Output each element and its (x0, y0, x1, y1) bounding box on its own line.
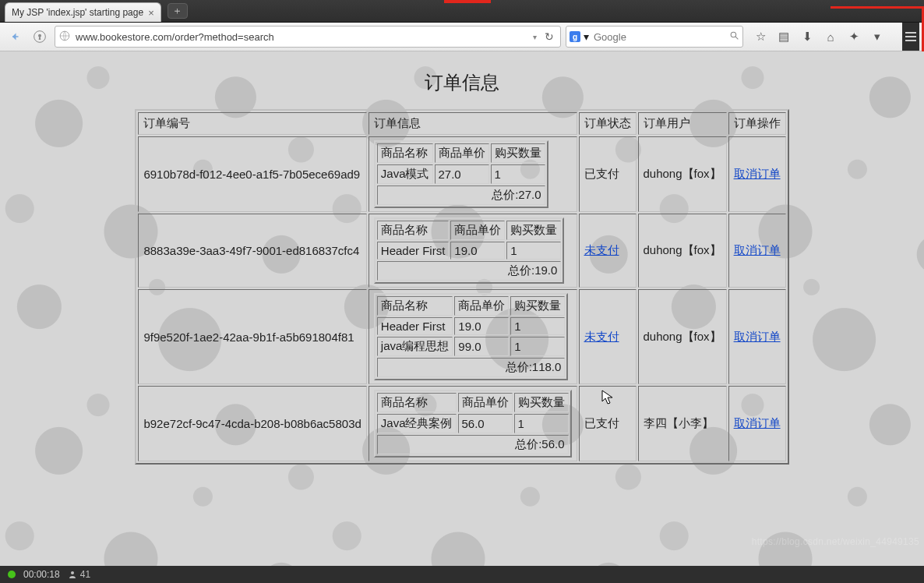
item-col-qty: 购买数量 (510, 296, 565, 316)
item-qty: 1 (510, 337, 565, 356)
order-status-cell: 已支付 (579, 386, 637, 461)
status-bar: 00:00:18 41 (0, 566, 924, 583)
order-status-link[interactable]: 未支付 (584, 330, 619, 343)
order-total: 总价:56.0 (377, 435, 569, 454)
orders-table: 订单编号 订单信息 订单状态 订单用户 订单操作 6910b78d-f012-4… (135, 109, 788, 465)
search-input[interactable] (592, 30, 726, 44)
table-row: 9f9e520f-1ae2-42aa-9b1f-a5b691804f81商品名称… (138, 289, 785, 384)
order-user-cell: duhong【fox】 (638, 214, 727, 288)
table-row: b92e72cf-9c47-4cda-b208-b08b6ac5803d商品名称… (138, 386, 785, 461)
item-price: 99.0 (454, 337, 509, 356)
status-viewers-count: 41 (80, 569, 90, 580)
item-price: 27.0 (435, 164, 489, 184)
library-button[interactable]: ▤ (773, 26, 795, 47)
annotation-mark (444, 0, 491, 3)
item-qty: 1 (514, 414, 569, 433)
item-row: Header First19.01 (377, 317, 566, 335)
table-header-row: 订单编号 订单信息 订单状态 订单用户 订单操作 (138, 112, 785, 135)
item-qty: 1 (491, 164, 545, 184)
order-info-cell: 商品名称商品单价购买数量Java经典案例56.01总价:56.0 (369, 386, 577, 461)
browser-navbar: ▾ ↻ g ▾ ☆ ▤ ⬇ ⌂ ✦ ▾ (0, 23, 924, 51)
cancel-order-link[interactable]: 取消订单 (734, 330, 781, 343)
back-arrow-icon (8, 30, 22, 44)
home-button[interactable]: ⌂ (820, 26, 841, 47)
downloads-button[interactable]: ⬇ (796, 26, 818, 47)
svg-point-5 (71, 571, 74, 574)
google-logo-icon: g (570, 31, 580, 42)
hamburger-icon (905, 32, 916, 34)
table-row: 8883a39e-3aa3-49f7-9001-ed816837cfc4商品名称… (138, 214, 785, 288)
item-col-name: 商品名称 (377, 296, 453, 316)
order-id-cell: 6910b78d-f012-4ee0-a1f5-7b05ece69ad9 (138, 136, 366, 212)
download-arrow-icon: ⬇ (802, 30, 813, 44)
status-viewers: 41 (68, 569, 90, 580)
close-tab-icon[interactable]: × (148, 7, 154, 19)
keyhole-button[interactable] (30, 26, 50, 47)
item-name: Header First (377, 317, 453, 335)
item-name: Header First (377, 242, 450, 260)
page-viewport: 订单信息 订单编号 订单信息 订单状态 订单用户 订单操作 6910b78d-f… (0, 51, 924, 567)
order-id-cell: 8883a39e-3aa3-49f7-9001-ed816837cfc4 (138, 214, 366, 288)
order-action-cell: 取消订单 (728, 136, 786, 212)
item-col-price: 商品单价 (454, 296, 509, 316)
order-id-cell: 9f9e520f-1ae2-42aa-9b1f-a5b691804f81 (138, 289, 366, 384)
menu-button[interactable] (902, 23, 919, 51)
cancel-order-link[interactable]: 取消订单 (734, 416, 781, 429)
url-dropdown-icon[interactable]: ▾ (531, 33, 538, 41)
col-order-action: 订单操作 (728, 112, 786, 135)
reload-icon[interactable]: ↻ (541, 30, 557, 43)
star-icon: ☆ (756, 30, 766, 44)
search-engine-dropdown-icon[interactable]: ▾ (584, 30, 589, 43)
annotation-mark (831, 6, 924, 9)
order-total: 总价:118.0 (377, 358, 566, 377)
item-col-qty: 购买数量 (506, 221, 561, 240)
order-info-cell: 商品名称商品单价购买数量Header First19.01总价:19.0 (369, 214, 577, 288)
item-qty: 1 (506, 242, 561, 260)
addon-button[interactable]: ✦ (843, 26, 865, 47)
col-order-info: 订单信息 (369, 112, 577, 135)
order-status-cell: 已支付 (579, 136, 637, 212)
item-name: Java模式 (377, 164, 433, 184)
order-total: 总价:27.0 (377, 186, 545, 205)
item-col-qty: 购买数量 (491, 143, 545, 163)
item-col-name: 商品名称 (377, 221, 450, 240)
clipboard-icon: ▤ (778, 30, 789, 44)
address-bar[interactable]: ▾ ↻ (55, 26, 561, 48)
item-col-qty: 购买数量 (514, 393, 569, 412)
item-row: java编程思想99.01 (377, 337, 566, 356)
browser-tab[interactable]: My JSP 'index.jsp' starting page × (5, 2, 161, 22)
search-bar[interactable]: g ▾ (566, 26, 743, 48)
page-title: 订单信息 (0, 70, 924, 95)
new-tab-button[interactable]: ＋ (168, 3, 188, 19)
order-items-table: 商品名称商品单价购买数量Header First19.01总价:19.0 (374, 217, 565, 284)
order-user-cell: duhong【fox】 (638, 289, 727, 384)
item-qty: 1 (510, 317, 565, 335)
order-action-cell: 取消订单 (728, 386, 786, 461)
svg-line-4 (735, 37, 738, 39)
item-col-price: 商品单价 (435, 143, 489, 163)
order-items-table: 商品名称商品单价购买数量Java模式27.01总价:27.0 (374, 140, 548, 208)
person-icon (68, 570, 77, 579)
back-button[interactable] (5, 26, 25, 47)
status-time: 00:00:18 (23, 569, 60, 580)
order-user-cell: duhong【fox】 (638, 136, 727, 212)
cancel-order-link[interactable]: 取消订单 (734, 243, 781, 256)
order-info-cell: 商品名称商品单价购买数量Java模式27.01总价:27.0 (369, 136, 577, 212)
order-total: 总价:19.0 (377, 261, 562, 281)
item-col-name: 商品名称 (377, 143, 433, 163)
bookmark-button[interactable]: ☆ (749, 26, 771, 47)
home-icon: ⌂ (827, 30, 834, 44)
globe-icon (58, 30, 71, 44)
cancel-order-link[interactable]: 取消订单 (734, 167, 781, 180)
item-row: Java经典案例56.01 (377, 414, 569, 433)
order-status-cell: 未支付 (579, 214, 637, 288)
search-icon[interactable] (729, 30, 739, 43)
item-col-name: 商品名称 (377, 393, 457, 412)
col-order-status: 订单状态 (579, 112, 637, 135)
order-status-link[interactable]: 未支付 (584, 243, 619, 256)
table-row: 6910b78d-f012-4ee0-a1f5-7b05ece69ad9商品名称… (138, 136, 785, 212)
item-col-price: 商品单价 (458, 393, 513, 412)
browser-tab-title: My JSP 'index.jsp' starting page (12, 7, 143, 18)
more-button[interactable]: ▾ (866, 26, 888, 47)
url-input[interactable] (74, 30, 528, 44)
